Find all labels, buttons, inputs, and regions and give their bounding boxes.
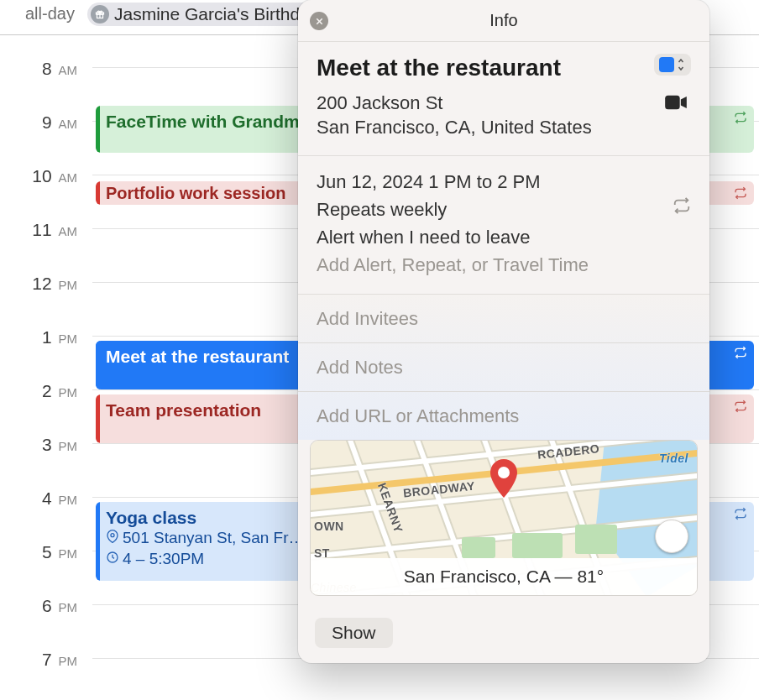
map-pin-icon — [487, 459, 521, 503]
popover-title-label: Info — [489, 11, 517, 30]
event-location-field[interactable]: 200 Jackson St San Francisco, CA, United… — [317, 91, 592, 140]
event-alert-row[interactable]: Alert when I need to leave — [317, 223, 691, 251]
hour-label: 11 AM — [8, 220, 77, 240]
event-location: 501 Stanyan St, San Fr… — [123, 528, 305, 549]
hour-label: 9 AM — [8, 112, 77, 133]
allday-event-title: Jasmine Garcia's Birthday — [114, 4, 318, 24]
map-weather-caption: San Francisco, CA — 81° — [311, 558, 697, 595]
event-datetime-row[interactable]: Jun 12, 2024 1 PM to 2 PM — [317, 168, 691, 196]
repeat-icon — [734, 507, 747, 524]
hour-label: 10 AM — [8, 166, 77, 186]
repeat-icon — [734, 400, 747, 416]
add-url-attachments[interactable]: Add URL or Attachments — [298, 392, 709, 440]
allday-label: all-day — [25, 4, 79, 24]
map-locator-button[interactable] — [655, 520, 688, 553]
repeat-icon — [734, 346, 747, 363]
gift-icon — [91, 5, 109, 24]
hour-label: 3 PM — [8, 435, 77, 455]
popover-header: Info — [298, 0, 709, 42]
map-pin-icon — [106, 528, 119, 549]
add-video-call-button[interactable] — [661, 91, 691, 114]
repeat-icon — [734, 111, 747, 128]
allday-event-pill[interactable]: Jasmine Garcia's Birthday — [87, 3, 328, 26]
event-title-field[interactable]: Meet at the restaurant — [317, 54, 561, 82]
calendar-day-view: all-day Jasmine Garcia's Birthday 8 AM9 … — [0, 0, 759, 700]
clock-icon — [106, 549, 119, 570]
svg-rect-28 — [575, 525, 617, 554]
hour-label: 6 PM — [8, 596, 77, 616]
hour-label: 12 PM — [8, 274, 77, 294]
add-notes[interactable]: Add Notes — [298, 343, 709, 391]
event-time: 4 – 5:30PM — [123, 549, 204, 570]
repeat-icon — [734, 186, 747, 203]
event-info-popover: Info Meet at the restaurant 200 Jackson … — [298, 0, 709, 663]
hour-label: 2 PM — [8, 381, 77, 401]
popover-time-section: Jun 12, 2024 1 PM to 2 PM Repeats weekly… — [298, 156, 709, 294]
hour-label: 5 PM — [8, 542, 77, 562]
svg-rect-26 — [512, 533, 563, 558]
hour-label: 1 PM — [8, 327, 77, 347]
show-button[interactable]: Show — [315, 618, 393, 648]
popover-footer: Show — [298, 609, 709, 663]
svg-rect-27 — [462, 537, 495, 558]
event-repeat-row[interactable]: Repeats weekly — [317, 196, 691, 223]
map-water-label: Tidel — [659, 452, 688, 465]
svg-point-3 — [111, 534, 114, 537]
calendar-color-swatch — [659, 57, 674, 72]
svg-rect-7 — [665, 95, 680, 108]
chevron-updown-icon — [676, 57, 686, 72]
popover-extras-section: Add Invitees Add Notes Add URL or Attach… — [298, 295, 709, 440]
popover-title-section: Meet at the restaurant 200 Jackson St Sa… — [298, 42, 709, 155]
hour-label: 8 AM — [8, 59, 77, 79]
add-alert-repeat-travel[interactable]: Add Alert, Repeat, or Travel Time — [317, 251, 691, 279]
hour-label: 4 PM — [8, 488, 77, 509]
popover-map-section: BROADWAY KEARNY RCADERO Tidel OWN ST Chi… — [298, 440, 709, 609]
repeat-icon — [673, 196, 691, 222]
hour-label: 7 PM — [8, 650, 77, 670]
svg-point-30 — [498, 467, 510, 478]
calendar-picker[interactable] — [654, 54, 691, 76]
add-invitees[interactable]: Add Invitees — [298, 295, 709, 342]
close-icon[interactable] — [310, 12, 328, 30]
map-label: OWN — [314, 520, 344, 533]
location-map[interactable]: BROADWAY KEARNY RCADERO Tidel OWN ST Chi… — [310, 440, 698, 596]
